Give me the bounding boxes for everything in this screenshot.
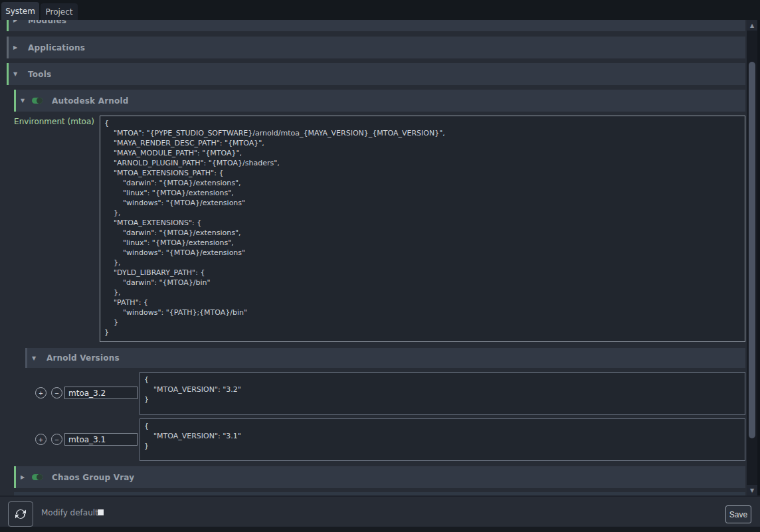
window-right-edge bbox=[757, 20, 760, 495]
section-header-autodesk-arnold[interactable]: ▼ Autodesk Arnold bbox=[14, 90, 745, 112]
chevron-right-icon: ▶ bbox=[13, 44, 20, 50]
modify-defaults-label: Modify defaults bbox=[41, 497, 102, 528]
version-name-input[interactable] bbox=[64, 433, 138, 446]
add-version-button[interactable]: + bbox=[35, 434, 47, 445]
section-title: Chaos Group Vray bbox=[52, 473, 134, 482]
section-title: Autodesk Arnold bbox=[52, 96, 129, 106]
chevron-down-icon: ▼ bbox=[32, 355, 39, 361]
state-indicator-bar bbox=[7, 37, 9, 58]
vray-enabled-toggle[interactable] bbox=[32, 474, 43, 480]
section-header-chaos-group-vray[interactable]: ▶ Chaos Group Vray bbox=[14, 466, 745, 488]
section-header-modules[interactable]: ▶ Modules bbox=[7, 20, 745, 31]
toggle-knob bbox=[37, 474, 43, 480]
modified-indicator-bar bbox=[14, 90, 16, 112]
modified-indicator-bar bbox=[7, 20, 9, 31]
settings-scroll-area: ▶ Modules ▶ Applications ▼ Tools ▼ Autod… bbox=[0, 20, 747, 495]
scroll-up-button[interactable]: ▲ bbox=[747, 20, 757, 31]
section-header-tools[interactable]: ▼ Tools bbox=[7, 63, 745, 85]
tab-project[interactable]: Project bbox=[41, 3, 78, 20]
remove-version-button[interactable]: − bbox=[51, 434, 62, 445]
environment-mtoa-editor[interactable]: { "MTOA": "{PYPE_STUDIO_SOFTWARE}/arnold… bbox=[100, 116, 745, 342]
section-title: Arnold Versions bbox=[47, 353, 120, 363]
modify-defaults-checkbox[interactable] bbox=[98, 509, 104, 515]
state-indicator-bar bbox=[25, 348, 27, 368]
section-header-arnold-versions[interactable]: ▼ Arnold Versions bbox=[25, 348, 745, 368]
refresh-icon bbox=[14, 507, 27, 521]
chevron-down-icon: ▼ bbox=[21, 98, 27, 104]
section-title: Tools bbox=[28, 70, 51, 79]
settings-window: System Project ▶ Modules ▶ Applications … bbox=[0, 0, 760, 532]
tab-bar: System Project bbox=[0, 0, 760, 20]
scroll-down-button[interactable]: ▼ bbox=[747, 485, 757, 495]
chevron-right-icon: ▶ bbox=[13, 20, 20, 23]
tab-system[interactable]: System bbox=[1, 2, 39, 20]
environment-mtoa-label: Environment (mtoa) bbox=[7, 117, 94, 126]
section-title: Modules bbox=[28, 20, 66, 25]
add-version-button[interactable]: + bbox=[35, 387, 47, 399]
version-json-editor[interactable]: { "MTOA_VERSION": "3.1" } bbox=[140, 418, 745, 461]
save-button[interactable]: Save bbox=[725, 505, 751, 523]
version-json-editor[interactable]: { "MTOA_VERSION": "3.2" } bbox=[140, 372, 745, 415]
modified-indicator-bar bbox=[14, 466, 16, 488]
section-title: Applications bbox=[28, 43, 85, 52]
version-name-input[interactable] bbox=[64, 387, 138, 399]
vertical-scrollbar[interactable]: ▲ ▼ bbox=[747, 20, 757, 495]
refresh-button[interactable] bbox=[8, 501, 33, 527]
remove-version-button[interactable]: − bbox=[51, 387, 62, 399]
arnold-enabled-toggle[interactable] bbox=[32, 98, 43, 104]
window-bottom-edge bbox=[0, 527, 760, 532]
chevron-down-icon: ▼ bbox=[13, 71, 20, 77]
chevron-right-icon: ▶ bbox=[21, 474, 27, 480]
footer-bar: Modify defaults Save bbox=[0, 495, 760, 527]
toggle-knob bbox=[37, 98, 43, 104]
scrollbar-thumb[interactable] bbox=[749, 62, 755, 438]
modified-indicator-bar bbox=[7, 63, 9, 85]
section-header-applications[interactable]: ▶ Applications bbox=[7, 37, 745, 58]
